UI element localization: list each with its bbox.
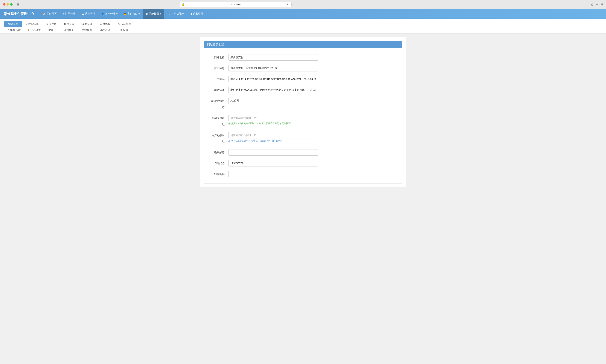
new-tab-button[interactable]: +: [596, 3, 598, 6]
field-home-title: [228, 65, 396, 71]
nav-item-settlement[interactable]: ☁ 结算管理: [79, 9, 98, 19]
form-row-callback-url: 回调专用网址 必须以http://或https://开头，以/结尾，填错会导致订…: [204, 113, 402, 130]
home-icon: 🏠: [43, 13, 46, 15]
nav-label-orders: 订单管理: [65, 12, 76, 15]
form-row-home-title: 首页标题: [204, 63, 402, 74]
maximize-button[interactable]: [10, 3, 13, 6]
field-customer-qq: [228, 160, 396, 167]
section-title: 网站信息配置: [207, 43, 224, 46]
settlement-icon: ☁: [82, 13, 84, 15]
address-bar-wrapper: 🔒 localhost ↻: [179, 2, 291, 7]
page-body: 网站信息 支付与结算 企业付款 快捷登录 实名认证 首页模板 公告与排版: [0, 19, 606, 364]
input-site-name[interactable]: [228, 54, 318, 61]
tab-site-info[interactable]: 网站信息: [4, 21, 22, 27]
nav-label-logout: 退出登录: [193, 12, 203, 15]
input-customer-qq[interactable]: [228, 160, 318, 167]
tab-real-name[interactable]: 实名认证: [78, 21, 96, 27]
form-row-company-name: 公司/组织名称: [204, 95, 402, 113]
label-group-link: 加群链接: [210, 171, 228, 177]
label-user-access-url: 用户对接网址: [210, 132, 228, 145]
tab-notice[interactable]: 公告与排版: [114, 21, 135, 27]
label-site-name: 网站名称: [210, 54, 228, 61]
tab-row-1: 网站信息 支付与结算 企业付款 快捷登录 实名认证 首页模板 公告与排版: [4, 21, 135, 27]
nav-label-payment: 支付接口: [127, 12, 138, 15]
input-user-access-url[interactable]: [228, 132, 318, 138]
nav-label-home: 平台首页: [46, 12, 57, 15]
nav-item-other[interactable]: 🔧 其他功能 ▾: [164, 9, 187, 19]
payment-icon: 💳: [123, 13, 127, 15]
section-header: 网站信息配置: [204, 41, 402, 48]
window-toggle-button[interactable]: ⊞: [16, 2, 20, 7]
input-group-link[interactable]: [228, 171, 318, 177]
nav-item-merchants[interactable]: 👤 商户管理 ▾: [98, 9, 120, 19]
label-customer-qq: 客服QQ: [210, 160, 228, 167]
label-home-title: 首页标题: [210, 65, 228, 71]
settings-arrow-icon: ▾: [160, 12, 161, 15]
tab-transit-proxy[interactable]: 中转代理: [78, 27, 96, 34]
hint-user-access-url: 用户中心显示的支付对接地址，留空则与本站网址一致: [228, 139, 396, 142]
other-arrow-icon: ▾: [182, 12, 184, 15]
label-contact-email: 联系邮箱: [210, 149, 228, 156]
nav-label-settlement: 结算管理: [85, 12, 95, 15]
reload-button[interactable]: ↻: [287, 3, 289, 6]
forward-button[interactable]: ›: [26, 2, 28, 7]
field-description: [228, 87, 396, 93]
site-logo: 彩虹易支付管理中心: [4, 12, 34, 16]
label-description: 网站描述: [210, 87, 228, 93]
tab-bar: 网站信息 支付与结算 企业付款 快捷登录 实名认证 首页模板 公告与排版: [0, 19, 606, 34]
nav-item-settings[interactable]: ⚙ 系统设置 ▾: [143, 9, 164, 19]
back-button[interactable]: ‹: [22, 2, 24, 7]
shield-icon: 🔒: [182, 3, 185, 6]
nav-item-orders[interactable]: ≡ 订单管理: [60, 9, 79, 19]
nav-label-settings: 系统设置: [149, 12, 159, 15]
nav-menu: 🏠 平台首页 ≡ 订单管理 ☁ 结算管理 👤 商户管理 ▾ 💳 支付接口 ▾ ⚙…: [40, 9, 602, 19]
tab-work-order[interactable]: 工单反馈: [114, 27, 132, 34]
tab-payment-settlement[interactable]: 支付与结算: [22, 21, 42, 27]
tab-scheduled-task[interactable]: 计划任务: [60, 27, 78, 34]
close-button[interactable]: [3, 3, 5, 6]
input-home-title[interactable]: [228, 65, 318, 71]
form-row-keywords: 关键字: [204, 74, 402, 85]
field-group-link: [228, 171, 396, 177]
tab-change-password[interactable]: 修改密码: [96, 27, 114, 34]
tab-row-2: 邮箱与短信 LOGO设置 IP地址 计划任务 中转代理 修改密码 工单反馈: [4, 27, 602, 33]
tab-quick-login[interactable]: 快捷登录: [60, 21, 78, 27]
label-company-name: 公司/组织名称: [210, 98, 228, 110]
orders-icon: ≡: [63, 13, 64, 15]
form-row-description: 网站描述: [204, 85, 402, 95]
nav-item-logout[interactable]: ⏻ 退出登录: [187, 9, 206, 19]
payment-arrow-icon: ▾: [138, 12, 140, 15]
field-keywords: [228, 76, 396, 82]
tab-ip-address[interactable]: IP地址: [45, 27, 60, 34]
tab-enterprise-pay[interactable]: 企业付款: [42, 21, 60, 27]
tab-logo-settings[interactable]: LOGO设置: [24, 27, 45, 34]
nav-item-home[interactable]: 🏠 平台首页: [40, 9, 60, 19]
browser-actions: ⎙ + ⧉: [592, 3, 603, 6]
form-row-customer-qq: 客服QQ: [204, 158, 402, 169]
form-row-site-name: 网站名称: [204, 52, 402, 63]
field-company-name: [228, 98, 396, 104]
minimize-button[interactable]: [7, 3, 9, 6]
main-content: 网站信息配置 网站名称 首页标题 关键字: [200, 37, 406, 187]
input-description[interactable]: [228, 87, 318, 93]
address-bar[interactable]: 🔒 localhost ↻: [179, 2, 291, 7]
input-callback-url[interactable]: [228, 115, 318, 121]
other-icon: 🔧: [167, 13, 170, 15]
field-user-access-url: 用户中心显示的支付对接地址，留空则与本站网址一致: [228, 132, 396, 142]
top-nav: 彩虹易支付管理中心 🏠 平台首页 ≡ 订单管理 ☁ 结算管理 👤 商户管理 ▾ …: [0, 9, 606, 19]
tab-email-sms[interactable]: 邮箱与短信: [4, 27, 24, 34]
input-contact-email[interactable]: [228, 149, 318, 156]
input-company-name[interactable]: [228, 98, 318, 104]
form-row-contact-email: 联系邮箱: [204, 147, 402, 158]
url-text: localhost: [185, 3, 287, 6]
share-button[interactable]: ⎙: [592, 3, 593, 6]
input-keywords[interactable]: [228, 76, 318, 82]
form-row-user-access-url: 用户对接网址 用户中心显示的支付对接地址，留空则与本站网址一致: [204, 130, 402, 147]
nav-item-payment[interactable]: 💳 支付接口 ▾: [120, 9, 143, 19]
sidebar-button[interactable]: ⧉: [601, 3, 603, 6]
browser-chrome: ⊞ ‹ › 🔒 localhost ↻ ⎙ + ⧉: [0, 0, 606, 9]
field-contact-email: [228, 149, 396, 156]
label-callback-url: 回调专用网址: [210, 115, 228, 128]
label-keywords: 关键字: [210, 76, 228, 82]
tab-home-template[interactable]: 首页模板: [96, 21, 114, 27]
